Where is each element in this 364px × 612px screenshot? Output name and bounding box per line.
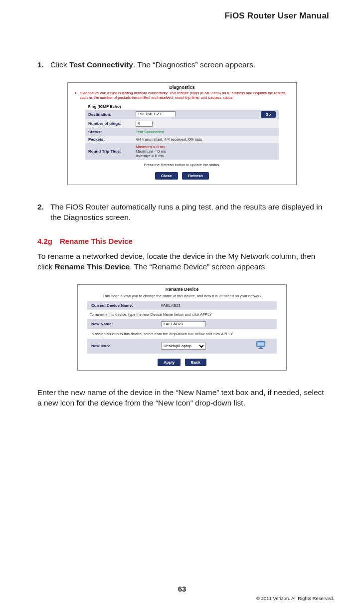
rename-help: This Page allows you to change the name …	[78, 293, 286, 301]
svg-rect-1	[257, 342, 264, 346]
apply-button[interactable]: Apply	[158, 359, 181, 366]
rename-instruction-2: To assign an icon to this device, select…	[78, 329, 286, 339]
go-button[interactable]: Go	[261, 111, 276, 118]
diagnostics-screenshot: Diagnostics Diagnostics can assist in te…	[67, 82, 297, 185]
back-button[interactable]: Back	[185, 359, 206, 366]
svg-rect-2	[260, 347, 262, 348]
step-1: 1. Click Test Connectivity. The “Diagnos…	[37, 60, 327, 70]
new-name-label: New Name:	[87, 319, 157, 329]
dest-input[interactable]	[136, 111, 176, 117]
current-name-value: FAELAB23	[157, 301, 247, 310]
page-content: 1. Click Test Connectivity. The “Diagnos…	[37, 60, 327, 415]
refresh-button[interactable]: Refresh	[182, 172, 209, 180]
ping-heading: Ping (ICMP Echo)	[68, 103, 296, 110]
rename-intro: To rename a networked device, locate the…	[37, 251, 327, 272]
page-header: FiOS Router User Manual	[224, 11, 329, 21]
rtt-value: Minimum = 0 ms Maximum = 0 ms Average = …	[133, 143, 279, 160]
close-button[interactable]: Close	[155, 172, 178, 180]
outro-text: Enter the new name of the device in the …	[37, 388, 327, 408]
rename-table: Current Device Name: FAELAB23	[87, 301, 277, 310]
current-name-label: Current Device Name:	[87, 301, 157, 310]
section-heading: 4.2g Rename This Device	[37, 237, 327, 245]
status-value: Test Succeeded	[133, 128, 279, 136]
diag-table: Destination: Go Number of pings: Status:…	[85, 110, 279, 160]
step-text: Click Test Connectivity. The “Diagnostic…	[50, 60, 255, 70]
page-number: 63	[0, 585, 364, 593]
rename-screenshot: Rename Device This Page allows you to ch…	[77, 284, 287, 371]
step-text: The FiOS Router automatically runs a pin…	[50, 202, 327, 223]
rename-title: Rename Device	[78, 285, 286, 293]
copyright: © 2011 Verizon. All Rights Reserved.	[256, 596, 334, 601]
monitor-icon	[255, 341, 269, 351]
step-2: 2. The FiOS Router automatically runs a …	[37, 202, 327, 223]
press-refresh-note: Press the Refresh button to update the s…	[68, 160, 296, 169]
step-number: 2.	[37, 202, 50, 223]
new-icon-label: New Icon:	[87, 339, 157, 354]
new-icon-select[interactable]: Desktop/Laptop	[161, 343, 206, 350]
packets-value: 4/4 transmitted, 4/4 received, 0% loss	[133, 136, 279, 143]
diag-title: Diagnostics	[68, 83, 296, 91]
status-label: Status:	[85, 128, 133, 136]
new-name-input[interactable]	[161, 321, 206, 327]
dest-label: Destination:	[85, 110, 133, 119]
svg-rect-3	[258, 348, 263, 349]
packets-label: Packets:	[85, 136, 133, 143]
numpings-input[interactable]	[136, 121, 153, 127]
diag-note: Diagnostics can assist in testing networ…	[68, 91, 296, 103]
step-number: 1.	[37, 60, 50, 70]
rename-instruction-1: To rename this device, type the new Devi…	[78, 310, 286, 319]
rtt-label: Round Trip Time:	[85, 143, 133, 160]
numpings-label: Number of pings:	[85, 119, 133, 128]
